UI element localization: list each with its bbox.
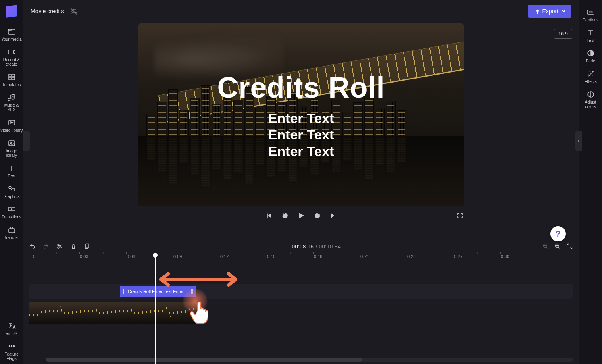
sidebar-label: Record & create bbox=[0, 58, 23, 67]
sidebar-item-video-library[interactable]: Video library bbox=[0, 115, 23, 136]
timeline-ruler[interactable]: 00:030:060:090:120:150:180:210:240:270:3… bbox=[29, 254, 573, 263]
undo-icon[interactable] bbox=[29, 243, 35, 250]
clip-handle-left[interactable] bbox=[123, 289, 125, 294]
fullscreen-icon[interactable] bbox=[456, 212, 464, 219]
sidebar-right: CC Captions Text Fade Effects Adjust col… bbox=[579, 0, 602, 364]
forward-5-icon[interactable]: 5 bbox=[314, 212, 321, 219]
ruler-tick: 0:03 bbox=[80, 254, 88, 259]
skip-end-icon[interactable] bbox=[330, 212, 337, 219]
app-logo[interactable] bbox=[6, 5, 17, 18]
preview-line-2: Enter Text bbox=[268, 127, 334, 143]
skip-start-icon[interactable] bbox=[265, 212, 273, 219]
upload-icon bbox=[533, 8, 539, 14]
sidebar-label: Video library bbox=[0, 128, 23, 133]
svg-rect-3 bbox=[12, 74, 15, 77]
video-icon bbox=[8, 119, 16, 127]
sidebar-label: Fade bbox=[586, 59, 595, 63]
project-title[interactable]: Movie credits bbox=[31, 8, 64, 15]
text-clip-credits-roll[interactable]: Credits Roll Enter Text Enter bbox=[120, 286, 196, 297]
trash-icon[interactable] bbox=[70, 243, 77, 250]
templates-icon bbox=[8, 73, 16, 81]
fit-timeline-icon[interactable] bbox=[567, 243, 573, 250]
play-icon[interactable] bbox=[298, 212, 305, 219]
text-clip-label: Credits Roll Enter Text Enter bbox=[128, 289, 184, 294]
graphics-icon bbox=[8, 185, 16, 193]
locale-icon bbox=[8, 322, 16, 330]
timeline-scrollbar[interactable] bbox=[46, 358, 573, 362]
svg-rect-2 bbox=[9, 74, 11, 77]
sidebar-item-brand-kit[interactable]: Brand kit bbox=[0, 223, 23, 243]
ruler-tick: 0:30 bbox=[501, 254, 509, 259]
sidebar-item-templates[interactable]: Templates bbox=[0, 70, 23, 90]
expand-left-panel[interactable] bbox=[23, 131, 30, 151]
video-thumbnail bbox=[134, 302, 169, 324]
sidebar-item-captions[interactable]: CC Captions bbox=[579, 5, 602, 25]
ruler-tick: 0:06 bbox=[127, 254, 135, 259]
svg-rect-11 bbox=[8, 208, 11, 211]
sidebar-item-effects[interactable]: Effects bbox=[579, 67, 602, 87]
aspect-ratio-button[interactable]: 16:9 bbox=[554, 29, 572, 39]
adjust-colors-icon bbox=[587, 90, 595, 98]
sidebar-item-transitions[interactable]: Transitions bbox=[0, 202, 23, 223]
sidebar-item-your-media[interactable]: Your media bbox=[0, 24, 23, 45]
sidebar-item-text[interactable]: Text bbox=[0, 161, 23, 181]
scissors-icon[interactable] bbox=[56, 243, 63, 250]
clip-handle-right[interactable] bbox=[191, 289, 193, 294]
sidebar-label: Feature Flags bbox=[0, 352, 23, 361]
sidebar-label: Graphics bbox=[3, 194, 19, 199]
playhead[interactable] bbox=[155, 256, 156, 364]
zoom-out-icon[interactable] bbox=[542, 243, 549, 250]
total-time: 00:10.84 bbox=[319, 243, 341, 250]
help-button[interactable]: ? bbox=[550, 226, 566, 241]
sidebar-item-record-create[interactable]: Record & create bbox=[0, 45, 23, 70]
sidebar-label: Templates bbox=[2, 83, 21, 87]
timeline-toolbar: 00:08.16 / 00:10.84 bbox=[23, 239, 579, 254]
camera-icon bbox=[8, 48, 16, 56]
timeline-timecode: 00:08.16 / 00:10.84 bbox=[97, 243, 536, 250]
svg-text:CC: CC bbox=[589, 11, 593, 14]
timeline-tracks: Credits Roll Enter Text Enter bbox=[29, 263, 573, 356]
captions-icon: CC bbox=[587, 8, 595, 16]
sidebar-item-feature-flags[interactable]: Feature Flags bbox=[0, 339, 23, 364]
current-time: 00:08.16 bbox=[292, 243, 314, 250]
zoom-in-icon[interactable] bbox=[554, 243, 561, 250]
sidebar-item-text[interactable]: Text bbox=[579, 25, 602, 46]
fade-icon bbox=[587, 49, 595, 57]
preview-text-overlay[interactable]: Credits Roll Enter Text Enter Text Enter… bbox=[138, 23, 464, 206]
redo-icon[interactable] bbox=[43, 243, 49, 250]
ruler-tick: 0:15 bbox=[267, 254, 275, 259]
svg-text:5: 5 bbox=[284, 214, 285, 217]
video-thumbnail bbox=[99, 302, 134, 324]
duplicate-icon[interactable] bbox=[84, 243, 90, 250]
ruler-tick: 0:21 bbox=[360, 254, 369, 259]
stage-wrap: 16:9 Credits Roll Enter Text Enter bbox=[23, 23, 579, 239]
expand-right-panel[interactable] bbox=[575, 131, 582, 151]
main-area: Movie credits Export 16:9 bbox=[23, 0, 579, 364]
sidebar-item-graphics[interactable]: Graphics bbox=[0, 181, 23, 202]
timeline-panel: 00:08.16 / 00:10.84 00:030:060:090:120:1… bbox=[23, 239, 579, 364]
chevron-down-icon bbox=[562, 9, 566, 13]
ruler-tick: 0:12 bbox=[220, 254, 229, 259]
sidebar-item-adjust-colors[interactable]: Adjust colors bbox=[579, 87, 602, 112]
export-button[interactable]: Export bbox=[528, 5, 571, 18]
svg-rect-1 bbox=[8, 50, 13, 54]
help-symbol: ? bbox=[556, 229, 560, 239]
sidebar-item-fade[interactable]: Fade bbox=[579, 46, 602, 67]
sidebar-label: Effects bbox=[584, 79, 596, 84]
top-bar: Movie credits Export bbox=[23, 0, 579, 23]
sidebar-label: Brand kit bbox=[4, 235, 19, 240]
sidebar-item-music-sfx[interactable]: Music & SFX bbox=[0, 90, 23, 115]
video-track[interactable] bbox=[29, 302, 202, 324]
svg-rect-13 bbox=[9, 229, 15, 233]
sidebar-item-image-library[interactable]: Image library bbox=[0, 136, 23, 161]
text-track[interactable]: Credits Roll Enter Text Enter bbox=[29, 284, 573, 299]
ruler-tick: 0:18 bbox=[314, 254, 322, 259]
sidebar-item-locale[interactable]: en-US bbox=[0, 318, 23, 339]
sidebar-label: Transitions bbox=[2, 215, 21, 219]
rewind-5-icon[interactable]: 5 bbox=[281, 212, 289, 219]
preview-canvas[interactable]: Credits Roll Enter Text Enter Text Enter… bbox=[138, 23, 464, 206]
svg-point-14 bbox=[9, 346, 10, 347]
app-root: Your media Record & create Templates Mus… bbox=[0, 0, 602, 364]
svg-text:5: 5 bbox=[316, 214, 318, 217]
cloud-off-icon[interactable] bbox=[70, 8, 77, 15]
